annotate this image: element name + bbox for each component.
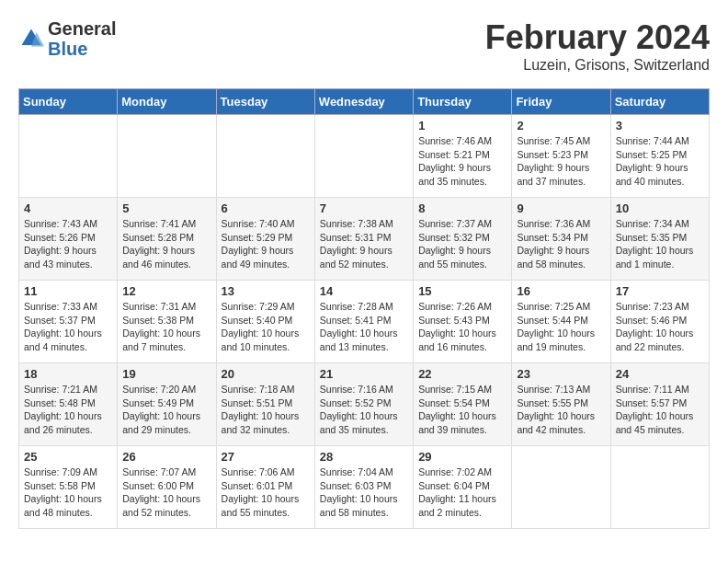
day-info: Sunrise: 7:34 AMSunset: 5:35 PMDaylight:… xyxy=(616,217,704,271)
day-info: Sunrise: 7:07 AMSunset: 6:00 PMDaylight:… xyxy=(122,465,210,520)
logo-general-text: General xyxy=(48,18,116,39)
calendar-cell: 13Sunrise: 7:29 AMSunset: 5:40 PMDayligh… xyxy=(216,281,314,363)
calendar-cell: 7Sunrise: 7:38 AMSunset: 5:31 PMDaylight… xyxy=(314,198,413,281)
calendar-cell xyxy=(118,115,216,198)
logo-icon xyxy=(18,26,44,52)
day-number: 20 xyxy=(222,367,310,381)
title-block: February 2024 Luzein, Grisons, Switzerla… xyxy=(485,18,710,74)
calendar-week-row: 1Sunrise: 7:46 AMSunset: 5:21 PMDaylight… xyxy=(19,115,710,198)
day-number: 11 xyxy=(24,284,112,298)
day-number: 18 xyxy=(24,367,112,381)
day-number: 25 xyxy=(24,450,112,464)
calendar-cell xyxy=(512,446,610,529)
day-number: 2 xyxy=(517,119,605,132)
location-subtitle: Luzein, Grisons, Switzerland xyxy=(485,57,710,74)
day-info: Sunrise: 7:25 AMSunset: 5:44 PMDaylight:… xyxy=(517,300,605,354)
calendar-cell: 18Sunrise: 7:21 AMSunset: 5:48 PMDayligh… xyxy=(19,363,118,446)
day-info: Sunrise: 7:21 AMSunset: 5:48 PMDaylight:… xyxy=(24,383,112,437)
day-number: 23 xyxy=(517,367,605,381)
calendar-cell: 25Sunrise: 7:09 AMSunset: 5:58 PMDayligh… xyxy=(19,446,118,529)
day-number: 9 xyxy=(517,201,605,215)
day-number: 7 xyxy=(320,201,408,215)
day-header-friday: Friday xyxy=(512,89,610,115)
day-info: Sunrise: 7:43 AMSunset: 5:26 PMDaylight:… xyxy=(24,217,112,271)
day-info: Sunrise: 7:40 AMSunset: 5:29 PMDaylight:… xyxy=(222,217,310,271)
day-number: 29 xyxy=(418,450,506,464)
day-info: Sunrise: 7:15 AMSunset: 5:54 PMDaylight:… xyxy=(418,383,506,437)
day-info: Sunrise: 7:37 AMSunset: 5:32 PMDaylight:… xyxy=(418,217,506,271)
calendar-cell: 9Sunrise: 7:36 AMSunset: 5:34 PMDaylight… xyxy=(512,198,610,281)
day-number: 4 xyxy=(24,201,112,215)
day-number: 12 xyxy=(122,284,210,298)
day-info: Sunrise: 7:23 AMSunset: 5:46 PMDaylight:… xyxy=(616,300,704,354)
calendar-cell: 17Sunrise: 7:23 AMSunset: 5:46 PMDayligh… xyxy=(610,281,709,363)
day-header-wednesday: Wednesday xyxy=(314,89,413,115)
day-header-monday: Monday xyxy=(118,89,216,115)
day-number: 24 xyxy=(616,367,704,381)
day-info: Sunrise: 7:45 AMSunset: 5:23 PMDaylight:… xyxy=(517,134,605,189)
day-info: Sunrise: 7:46 AMSunset: 5:21 PMDaylight:… xyxy=(418,134,506,189)
calendar-cell: 19Sunrise: 7:20 AMSunset: 5:49 PMDayligh… xyxy=(118,363,216,446)
day-number: 28 xyxy=(320,450,408,464)
logo: General Blue xyxy=(18,18,116,59)
day-info: Sunrise: 7:44 AMSunset: 5:25 PMDaylight:… xyxy=(616,134,704,189)
day-info: Sunrise: 7:33 AMSunset: 5:37 PMDaylight:… xyxy=(24,300,112,354)
day-number: 6 xyxy=(222,201,310,215)
day-number: 16 xyxy=(517,284,605,298)
calendar-table: SundayMondayTuesdayWednesdayThursdayFrid… xyxy=(18,88,710,529)
logo-blue-text: Blue xyxy=(48,39,87,59)
day-info: Sunrise: 7:31 AMSunset: 5:38 PMDaylight:… xyxy=(122,300,210,354)
calendar-cell: 29Sunrise: 7:02 AMSunset: 6:04 PMDayligh… xyxy=(414,446,512,529)
day-number: 26 xyxy=(122,450,210,464)
calendar-week-row: 18Sunrise: 7:21 AMSunset: 5:48 PMDayligh… xyxy=(19,363,710,446)
day-info: Sunrise: 7:28 AMSunset: 5:41 PMDaylight:… xyxy=(320,300,408,354)
day-number: 21 xyxy=(320,367,408,381)
day-number: 15 xyxy=(418,284,506,298)
day-info: Sunrise: 7:04 AMSunset: 6:03 PMDaylight:… xyxy=(320,465,408,520)
calendar-cell: 8Sunrise: 7:37 AMSunset: 5:32 PMDaylight… xyxy=(414,198,512,281)
day-number: 14 xyxy=(320,284,408,298)
month-year-title: February 2024 xyxy=(485,18,710,57)
day-info: Sunrise: 7:38 AMSunset: 5:31 PMDaylight:… xyxy=(320,217,408,271)
calendar-week-row: 25Sunrise: 7:09 AMSunset: 5:58 PMDayligh… xyxy=(19,446,710,529)
day-number: 8 xyxy=(418,201,506,215)
calendar-week-row: 4Sunrise: 7:43 AMSunset: 5:26 PMDaylight… xyxy=(19,198,710,281)
day-info: Sunrise: 7:36 AMSunset: 5:34 PMDaylight:… xyxy=(517,217,605,271)
calendar-cell: 10Sunrise: 7:34 AMSunset: 5:35 PMDayligh… xyxy=(610,198,709,281)
calendar-cell: 28Sunrise: 7:04 AMSunset: 6:03 PMDayligh… xyxy=(314,446,413,529)
day-info: Sunrise: 7:09 AMSunset: 5:58 PMDaylight:… xyxy=(24,465,112,520)
day-number: 13 xyxy=(222,284,310,298)
day-number: 19 xyxy=(122,367,210,381)
calendar-cell: 22Sunrise: 7:15 AMSunset: 5:54 PMDayligh… xyxy=(414,363,512,446)
day-header-sunday: Sunday xyxy=(19,89,118,115)
calendar-cell: 20Sunrise: 7:18 AMSunset: 5:51 PMDayligh… xyxy=(216,363,314,446)
calendar-cell: 27Sunrise: 7:06 AMSunset: 6:01 PMDayligh… xyxy=(216,446,314,529)
calendar-cell: 26Sunrise: 7:07 AMSunset: 6:00 PMDayligh… xyxy=(118,446,216,529)
calendar-cell: 11Sunrise: 7:33 AMSunset: 5:37 PMDayligh… xyxy=(19,281,118,363)
days-of-week-row: SundayMondayTuesdayWednesdayThursdayFrid… xyxy=(19,89,710,115)
day-info: Sunrise: 7:26 AMSunset: 5:43 PMDaylight:… xyxy=(418,300,506,354)
calendar-cell: 3Sunrise: 7:44 AMSunset: 5:25 PMDaylight… xyxy=(610,115,709,198)
day-number: 10 xyxy=(616,201,704,215)
calendar-cell xyxy=(216,115,314,198)
day-header-saturday: Saturday xyxy=(610,89,709,115)
calendar-cell xyxy=(610,446,709,529)
day-number: 22 xyxy=(418,367,506,381)
calendar-cell: 14Sunrise: 7:28 AMSunset: 5:41 PMDayligh… xyxy=(314,281,413,363)
day-info: Sunrise: 7:11 AMSunset: 5:57 PMDaylight:… xyxy=(616,383,704,437)
day-number: 5 xyxy=(122,201,210,215)
page-header: General Blue February 2024 Luzein, Griso… xyxy=(18,18,710,74)
calendar-cell: 21Sunrise: 7:16 AMSunset: 5:52 PMDayligh… xyxy=(314,363,413,446)
day-number: 27 xyxy=(222,450,310,464)
calendar-cell: 5Sunrise: 7:41 AMSunset: 5:28 PMDaylight… xyxy=(118,198,216,281)
calendar-cell: 16Sunrise: 7:25 AMSunset: 5:44 PMDayligh… xyxy=(512,281,610,363)
day-header-thursday: Thursday xyxy=(414,89,512,115)
calendar-week-row: 11Sunrise: 7:33 AMSunset: 5:37 PMDayligh… xyxy=(19,281,710,363)
calendar-cell: 2Sunrise: 7:45 AMSunset: 5:23 PMDaylight… xyxy=(512,115,610,198)
day-info: Sunrise: 7:16 AMSunset: 5:52 PMDaylight:… xyxy=(320,383,408,437)
day-info: Sunrise: 7:20 AMSunset: 5:49 PMDaylight:… xyxy=(122,383,210,437)
calendar-cell: 23Sunrise: 7:13 AMSunset: 5:55 PMDayligh… xyxy=(512,363,610,446)
day-info: Sunrise: 7:41 AMSunset: 5:28 PMDaylight:… xyxy=(122,217,210,271)
day-info: Sunrise: 7:13 AMSunset: 5:55 PMDaylight:… xyxy=(517,383,605,437)
calendar-cell: 12Sunrise: 7:31 AMSunset: 5:38 PMDayligh… xyxy=(118,281,216,363)
